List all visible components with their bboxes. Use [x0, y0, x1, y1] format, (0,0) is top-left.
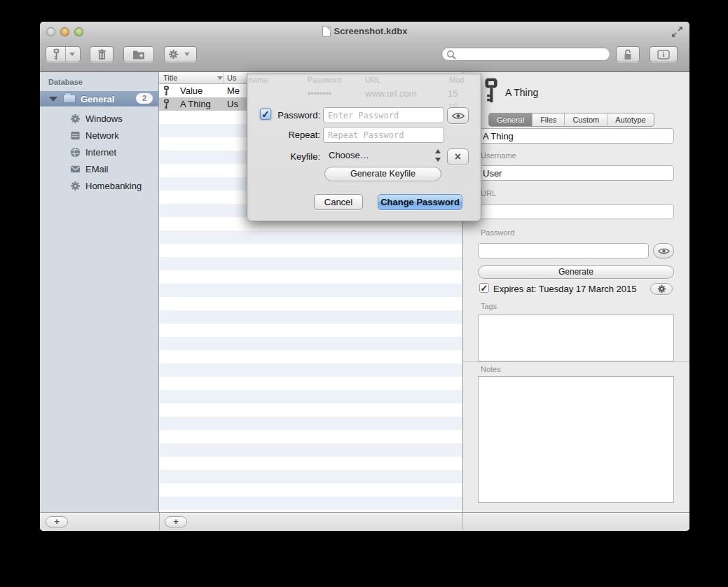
add-entry-button[interactable]	[46, 46, 81, 62]
tab-autotype[interactable]: Autotype	[607, 113, 653, 126]
column-header-username[interactable]: Us	[227, 74, 236, 82]
change-password-sheet: name Password URL Mod •••••••• www.url.c…	[247, 73, 481, 221]
info-icon	[657, 50, 670, 60]
tags-label: Tags	[481, 302, 497, 310]
show-password-button[interactable]	[447, 107, 469, 124]
chevron-down-icon	[184, 53, 190, 56]
eye-icon	[452, 112, 465, 120]
search-field[interactable]	[441, 47, 610, 61]
sidebar: Database General 2 Windows	[40, 72, 159, 512]
search-icon	[446, 50, 456, 60]
key-icon	[52, 48, 61, 60]
sidebar-item-homebanking[interactable]: Homebanking	[40, 177, 158, 194]
ghost-cell-url: www.url.com	[365, 88, 417, 99]
tab-general[interactable]: General	[489, 113, 533, 126]
chevron-down-icon	[69, 53, 75, 56]
sidebar-item-label: Internet	[85, 147, 116, 158]
expires-label: Expires at: Tuesday 17 March 2015	[493, 284, 637, 294]
split-divider	[65, 47, 66, 62]
globe-icon	[70, 147, 81, 158]
notes-label: Notes	[481, 365, 501, 373]
ghost-col-name: name	[249, 76, 268, 84]
folder-plus-icon	[132, 50, 145, 60]
expires-checkbox[interactable]: ✓	[479, 283, 489, 293]
password-label: Password	[481, 228, 514, 237]
sidebar-item-internet[interactable]: Internet	[40, 144, 158, 160]
add-entry-plus-button[interactable]: +	[165, 516, 187, 527]
inspector-panel: A Thing General Files Custom Autotype Us…	[462, 72, 689, 512]
desktop: Screenshot.kdbx	[0, 0, 728, 587]
sheet-keyfile-label: Keyfile:	[257, 151, 320, 162]
generate-button[interactable]: Generate	[478, 265, 674, 279]
delete-button[interactable]	[90, 46, 114, 62]
cell-username: Me	[227, 85, 240, 96]
sidebar-group-general[interactable]: General 2	[40, 91, 158, 106]
username-label: Username	[481, 151, 516, 160]
gear-icon	[70, 113, 81, 124]
password-field[interactable]	[478, 243, 649, 258]
sidebar-item-windows[interactable]: Windows	[40, 110, 158, 127]
server-icon	[70, 130, 81, 141]
fullscreen-icon[interactable]	[672, 27, 682, 37]
notes-textarea[interactable]	[478, 376, 674, 503]
show-password-button[interactable]	[653, 243, 674, 258]
gear-icon	[70, 181, 81, 191]
bottom-bar: + +	[40, 512, 689, 531]
lock-button[interactable]	[616, 46, 640, 62]
sheet-repeat-label: Repeat:	[257, 130, 320, 140]
app-window: Screenshot.kdbx	[40, 22, 689, 531]
title-bar: Screenshot.kdbx	[40, 22, 689, 42]
cancel-button[interactable]: Cancel	[314, 194, 363, 210]
tags-textarea[interactable]	[478, 315, 674, 361]
pane-divider[interactable]	[462, 513, 463, 531]
url-label: URL	[481, 189, 496, 198]
cell-title: A Thing	[180, 99, 211, 109]
sidebar-item-label: EMail	[85, 164, 109, 174]
document-icon	[322, 26, 331, 36]
gear-icon	[657, 284, 666, 294]
tab-files[interactable]: Files	[533, 113, 565, 126]
tab-custom[interactable]: Custom	[565, 113, 607, 126]
change-password-button[interactable]: Change Password	[378, 194, 462, 210]
ghost-col-modified: Mod	[449, 76, 464, 84]
generate-keyfile-button[interactable]: Generate Keyfile	[324, 167, 441, 181]
ghost-cell-modified: 15	[448, 88, 458, 99]
close-icon: ×	[455, 151, 461, 163]
action-button[interactable]	[164, 46, 197, 62]
folder-icon	[63, 95, 76, 103]
add-group-plus-button[interactable]: +	[46, 516, 68, 527]
sort-indicator-icon	[217, 76, 223, 80]
sidebar-item-label: Windows	[85, 113, 123, 124]
key-icon	[483, 77, 500, 104]
search-input	[459, 48, 603, 60]
envelope-icon	[70, 164, 81, 174]
inspector-tabs: General Files Custom Autotype	[488, 113, 654, 127]
disclosure-triangle-icon[interactable]	[49, 97, 57, 102]
stepper-icon[interactable]	[435, 149, 441, 163]
trash-icon	[97, 49, 107, 60]
ghost-col-password: Password	[308, 76, 341, 84]
add-group-button[interactable]	[123, 46, 154, 62]
sidebar-group-label: General	[81, 94, 114, 104]
repeat-password-input[interactable]	[323, 127, 444, 143]
cell-username: Us	[227, 99, 238, 109]
clear-keyfile-button[interactable]: ×	[447, 149, 469, 165]
title-field[interactable]	[478, 128, 674, 144]
expires-settings-button[interactable]	[650, 283, 673, 295]
column-divider[interactable]	[224, 73, 224, 83]
sidebar-header: Database	[48, 78, 83, 86]
key-icon	[163, 99, 170, 109]
pane-divider[interactable]	[159, 513, 160, 531]
username-field[interactable]	[478, 165, 674, 181]
enter-password-input[interactable]	[323, 107, 444, 123]
url-field[interactable]	[478, 204, 674, 219]
sidebar-item-network[interactable]: Network	[40, 127, 158, 144]
sidebar-item-email[interactable]: EMail	[40, 160, 158, 177]
sidebar-item-label: Homebanking	[85, 181, 142, 191]
keyfile-popup[interactable]: Choose…	[329, 150, 369, 160]
inspector-button[interactable]	[650, 46, 678, 62]
eye-icon	[658, 247, 670, 255]
toolbar: Add Entry Delete Add Group	[40, 42, 689, 72]
column-header-title[interactable]: Title	[163, 74, 177, 82]
entry-count-badge: 2	[136, 93, 153, 104]
